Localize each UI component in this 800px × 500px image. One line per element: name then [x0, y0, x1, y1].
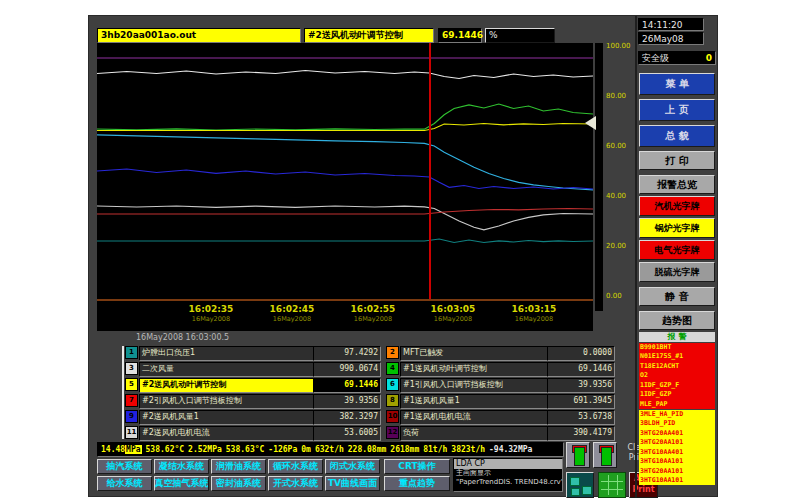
pump-indicator-icon[interactable]: [593, 442, 617, 468]
y-axis-label: 100.00: [606, 42, 631, 50]
status-unit-highlight: MPa: [125, 445, 141, 454]
alarm-item[interactable]: O2: [639, 371, 715, 380]
alarm-item[interactable]: 3HTG10AA101: [639, 476, 715, 485]
alarm-list-header: 报 警: [639, 332, 715, 342]
y-axis-label: 0.00: [606, 292, 622, 300]
legend-chip: 10: [386, 410, 399, 423]
sidebar-tool-button[interactable]: 趋势图: [639, 311, 715, 330]
x-tick-date: 16May2008: [354, 315, 392, 323]
legend-row: 4#1送风机动叶调节控制69.1446: [89, 362, 719, 375]
legend-value: 39.9356: [547, 378, 615, 393]
y-axis-label: 60.00: [606, 142, 626, 150]
grid-display-icon[interactable]: [598, 472, 626, 498]
alarm-item[interactable]: 1IDF_GZP: [639, 390, 715, 399]
toolbar-button[interactable]: 真空抽气系统: [154, 476, 209, 491]
security-level-bar: 安全级 0: [638, 51, 716, 65]
status-value: 538.63°C: [226, 445, 265, 454]
alarm-item[interactable]: 1IDF_GZP_F: [639, 381, 715, 390]
legend-label[interactable]: MFT已触发: [400, 346, 551, 361]
security-level-label: 安全级: [642, 53, 669, 63]
alarm-item[interactable]: B9901BHT: [639, 343, 715, 352]
x-axis-line: [97, 299, 593, 301]
trend-line-#2送风机风量1: [97, 169, 593, 189]
toolbar-side-button[interactable]: CRT操作: [384, 459, 450, 474]
trend-line-二次风量: [97, 71, 593, 79]
message-selected-line[interactable]: LDA CP: [454, 459, 562, 469]
x-tick-time: 16:03:05: [431, 304, 476, 314]
legend-label[interactable]: #1引风机入口调节挡板控制: [400, 378, 551, 393]
alarm-item[interactable]: 3HTG10AA101: [639, 457, 715, 466]
x-tick-time: 16:02:45: [270, 304, 315, 314]
legend-value: 0.0000: [547, 346, 615, 361]
sidebar-button-5[interactable]: 报警总览: [639, 175, 715, 194]
status-value: 81t/h: [423, 445, 447, 454]
alarm-item[interactable]: 3HTG10AA401: [639, 448, 715, 457]
trend-plot: [97, 46, 593, 296]
alarm-item[interactable]: MLE_PAP: [639, 400, 715, 409]
trend-title-field[interactable]: #2送风机动叶调节控制: [304, 28, 434, 43]
sidebar-button-3[interactable]: 总 貌: [639, 125, 715, 147]
alarm-list-yellow: 3MLE_HA_PID3BLDH_PID3HTG20AA4013HTG20AA1…: [639, 410, 715, 485]
alarm-item[interactable]: 3HTG20AA101: [639, 467, 715, 476]
sidebar-button-2[interactable]: 上 页: [639, 99, 715, 121]
alarm-item[interactable]: N01E175S_#1: [639, 352, 715, 361]
legend-chip: 4: [386, 362, 399, 375]
legend-row: 2MFT已触发0.0000: [89, 346, 719, 359]
trend-chart[interactable]: 16:02:3516May200816:02:4516May200816:02:…: [97, 43, 593, 331]
toolbar-button[interactable]: 润滑油系统: [211, 459, 266, 474]
scale-scrollbar[interactable]: [595, 43, 603, 311]
trend-cursor-line[interactable]: [429, 43, 431, 299]
legend-row: 8#1送风机风量1691.3945: [89, 394, 719, 407]
toolbar-button[interactable]: 凝结水系统: [154, 459, 209, 474]
status-value: 2618mm: [390, 445, 419, 454]
alarm-item[interactable]: 3BLDH_PID: [639, 419, 715, 428]
clock-date: 26May08: [638, 32, 704, 45]
logic-diagram-icon[interactable]: [566, 472, 594, 498]
status-strip: 14.48MPa538.62°C2.52MPa538.63°C-126Pa0m6…: [97, 442, 564, 457]
toolbar-button[interactable]: 密封油系统: [211, 476, 266, 491]
trend-line-#1引风机入口调节挡板控制: [97, 135, 593, 190]
alarm-item[interactable]: T18E12ACHT: [639, 362, 715, 371]
trend-unit-field: %: [485, 28, 555, 43]
legend-label[interactable]: #1送风机电机电流: [400, 410, 551, 425]
toolbar-button[interactable]: 给水系统: [97, 476, 152, 491]
scale-pointer-icon[interactable]: [585, 116, 596, 130]
toolbar-button[interactable]: 循环水系统: [268, 459, 323, 474]
annunciator-button[interactable]: 汽机光字牌: [639, 196, 715, 216]
legend-label[interactable]: #1送风机风量1: [400, 394, 551, 409]
sidebar-divider: [635, 16, 637, 498]
screen: 3hb20aa001ao.out #2送风机动叶调节控制 69.1446 % 1…: [0, 0, 800, 500]
legend-label[interactable]: 负荷: [400, 426, 551, 441]
legend-row: 6#1引风机入口调节挡板控制39.9356: [89, 378, 719, 391]
status-value: 0m: [301, 445, 311, 454]
annunciator-button[interactable]: 电气光字牌: [639, 240, 715, 260]
x-tick-date: 16May2008: [434, 315, 472, 323]
legend-row: 10#1送风机电机电流53.6738: [89, 410, 719, 423]
security-level-value: 0: [706, 52, 712, 64]
pump-indicator-icon[interactable]: [566, 442, 590, 468]
toolbar-button[interactable]: 闭式水系统: [325, 459, 380, 474]
y-axis-label: 40.00: [606, 192, 626, 200]
annunciator-button[interactable]: 锅炉光字牌: [639, 218, 715, 238]
status-value: 14.48MPa: [101, 445, 142, 454]
status-value: 228.08mm: [348, 445, 387, 454]
toolbar-button[interactable]: 开式水系统: [268, 476, 323, 491]
toolbar-side-button[interactable]: 重点趋势: [384, 476, 450, 491]
sidebar-button-1[interactable]: 菜 单: [639, 73, 715, 95]
toolbar-button[interactable]: 抽汽系统: [97, 459, 152, 474]
legend-chip: 6: [386, 378, 399, 391]
legend-chip: 2: [386, 346, 399, 359]
sidebar-tool-button[interactable]: 静 音: [639, 287, 715, 306]
trend-line-#1送风机动叶调节控制: [97, 104, 593, 130]
toolbar-button[interactable]: TV曲线画面: [325, 476, 380, 491]
alarm-item[interactable]: 3HTG20AA101: [639, 438, 715, 447]
legend-value: 69.1446: [547, 362, 615, 377]
legend-label[interactable]: #1送风机动叶调节控制: [400, 362, 551, 377]
status-value: -94.32MPa: [489, 445, 532, 454]
trend-tag-field[interactable]: 3hb20aa001ao.out: [97, 28, 301, 43]
annunciator-button[interactable]: 脱硫光字牌: [639, 262, 715, 282]
sidebar-button-4[interactable]: 打 印: [639, 151, 715, 170]
alarm-item[interactable]: 3HTG20AA401: [639, 429, 715, 438]
message-area: LDA CP 主画面显示 "PaperTrendDIS. TREND48.crv…: [453, 458, 563, 492]
alarm-item[interactable]: 3MLE_HA_PID: [639, 410, 715, 419]
